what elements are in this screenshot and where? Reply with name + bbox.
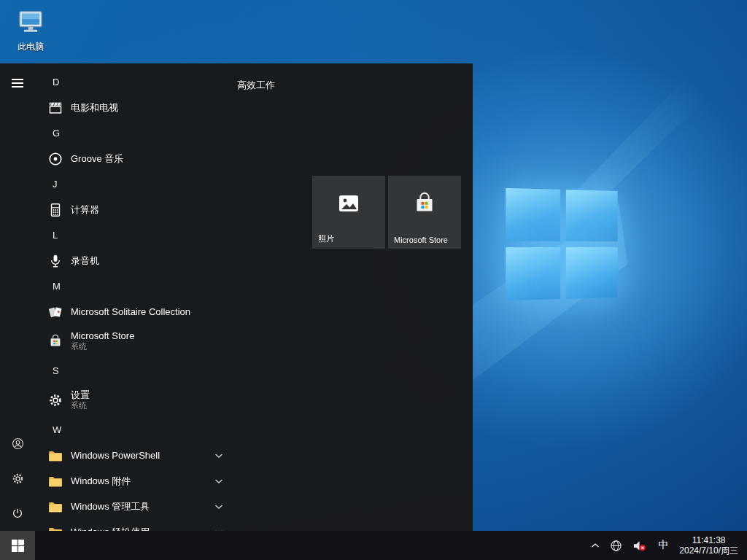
app-label: 电影和电视 [71, 101, 118, 114]
app-label: Windows 轻松使用 [71, 526, 150, 532]
desktop: 此电脑 [0, 0, 747, 560]
app-item-movies-tv[interactable]: 电影和电视 [35, 95, 232, 120]
solitaire-icon [47, 303, 64, 321]
app-label: Windows PowerShell [71, 450, 160, 461]
computer-icon [16, 7, 45, 36]
app-label: Microsoft Solitaire Collection [71, 306, 190, 317]
rail-bottom [0, 426, 35, 531]
taskbar: 中 11:41:38 2024/7/10/周三 [0, 531, 747, 560]
ime-indicator[interactable]: 中 [651, 539, 675, 552]
store-icon [411, 190, 438, 219]
folder-icon [47, 447, 64, 464]
start-menu-rail [0, 63, 35, 531]
app-item-groove-music[interactable]: Groove 音乐 [35, 146, 232, 171]
section-letter-G[interactable]: G [35, 120, 232, 146]
voice-recorder-icon [47, 252, 64, 270]
calculator-icon [47, 201, 64, 219]
app-item-microsoft-store[interactable]: Microsoft Store 系统 [35, 324, 232, 358]
tray-overflow-button[interactable] [586, 531, 605, 560]
power-button[interactable] [0, 496, 35, 531]
app-label: Microsoft Store [71, 330, 134, 341]
section-letter-M[interactable]: M [35, 273, 232, 299]
system-tray: 中 11:41:38 2024/7/10/周三 [586, 531, 747, 560]
app-item-voice-recorder[interactable]: 录音机 [35, 248, 232, 273]
app-label: Windows 管理工具 [71, 500, 150, 513]
tile-photos[interactable]: 照片 [312, 176, 385, 249]
user-icon [11, 437, 25, 451]
section-letter-J[interactable]: J [35, 171, 232, 197]
app-label: Windows 附件 [71, 475, 131, 488]
tile-label: Microsoft Store [394, 236, 448, 244]
app-label: 录音机 [71, 254, 99, 268]
app-item-settings[interactable]: 设置 系统 [35, 384, 232, 417]
folder-item-windows-admin-tools[interactable]: Windows 管理工具 [35, 494, 232, 519]
windows-logo-icon [12, 540, 24, 552]
folder-item-windows-ease-of-access[interactable]: Windows 轻松使用 [35, 519, 232, 531]
expand-menu-button[interactable] [0, 67, 35, 99]
tile-label: 照片 [318, 233, 334, 244]
store-icon [47, 332, 64, 350]
folder-icon [47, 472, 64, 490]
globe-network-icon [610, 540, 622, 552]
volume-muted-button[interactable] [627, 531, 651, 560]
user-account-button[interactable] [0, 426, 35, 461]
section-letter-S[interactable]: S [35, 358, 232, 384]
photos-icon [336, 190, 362, 219]
folder-item-windows-powershell[interactable]: Windows PowerShell [35, 443, 232, 468]
app-label: 设置 [71, 389, 90, 400]
chevron-up-icon [591, 542, 600, 548]
app-list: D 电影和电视 G [35, 63, 232, 531]
app-item-calculator[interactable]: 计算器 [35, 197, 232, 222]
this-pc-label: 此电脑 [7, 41, 54, 53]
app-label: Groove 音乐 [71, 152, 123, 166]
taskbar-time: 11:41:38 [679, 535, 738, 545]
power-icon [11, 507, 24, 520]
folder-item-windows-accessories[interactable]: Windows 附件 [35, 468, 232, 494]
section-letter-D[interactable]: D [35, 69, 232, 95]
section-letter-L[interactable]: L [35, 222, 232, 248]
chevron-down-icon[interactable] [212, 450, 226, 462]
start-menu: D 电影和电视 G [0, 63, 473, 531]
speaker-muted-icon [632, 540, 646, 552]
windows-logo-wallpaper [506, 188, 617, 300]
tile-microsoft-store[interactable]: Microsoft Store [388, 176, 461, 249]
this-pc-icon[interactable]: 此电脑 [7, 7, 54, 53]
movies-tv-icon [47, 99, 64, 117]
folder-icon [47, 498, 64, 516]
app-label: 计算器 [71, 203, 99, 217]
taskbar-date: 2024/7/10/周三 [679, 545, 738, 556]
taskbar-clock[interactable]: 11:41:38 2024/7/10/周三 [675, 535, 747, 556]
app-sublabel: 系统 [71, 341, 134, 352]
tile-area: 高效工作 照片 [232, 63, 473, 531]
chevron-down-icon[interactable] [212, 475, 226, 487]
folder-icon [47, 524, 64, 532]
tile-group-header[interactable]: 高效工作 [237, 79, 275, 92]
groove-music-icon [47, 150, 64, 168]
start-button[interactable] [0, 531, 35, 560]
settings-button[interactable] [0, 461, 35, 496]
chevron-down-icon[interactable] [212, 501, 226, 513]
app-sublabel: 系统 [71, 400, 90, 411]
gear-icon [47, 392, 64, 409]
app-item-solitaire[interactable]: Microsoft Solitaire Collection [35, 299, 232, 324]
network-status-button[interactable] [605, 531, 627, 560]
section-letter-W[interactable]: W [35, 417, 232, 443]
hamburger-icon [12, 79, 23, 80]
gear-icon [11, 472, 25, 486]
